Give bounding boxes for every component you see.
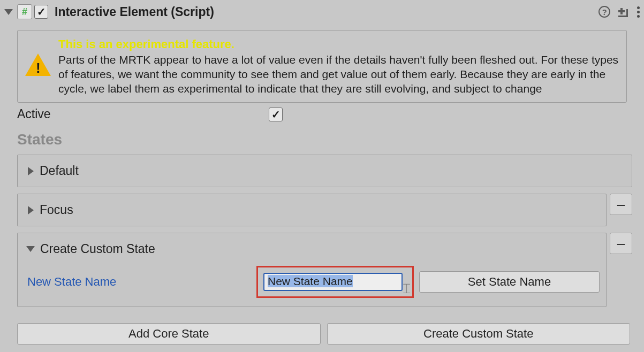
- active-label: Active: [17, 107, 269, 121]
- set-state-name-button[interactable]: Set State Name: [419, 271, 600, 293]
- state-row-default: Default: [4, 155, 640, 187]
- context-menu-icon[interactable]: [637, 6, 640, 18]
- remove-state-button[interactable]: –: [610, 194, 632, 215]
- script-icon: #: [17, 4, 32, 19]
- remove-state-button[interactable]: –: [610, 233, 632, 254]
- state-custom-label: Create Custom State: [40, 242, 155, 256]
- warning-icon: [25, 53, 51, 79]
- state-focus-header[interactable]: Focus: [24, 203, 600, 217]
- component-enable-checkbox[interactable]: [34, 5, 48, 19]
- preset-icon[interactable]: [618, 6, 630, 18]
- text-cursor-icon: ⌶: [403, 281, 410, 295]
- svg-rect-1: [620, 8, 623, 14]
- chevron-right-icon[interactable]: [28, 167, 34, 175]
- component-header: # Interactive Element (Script) ?: [0, 0, 644, 24]
- active-row: Active: [4, 106, 640, 123]
- add-core-state-button[interactable]: Add Core State: [17, 323, 321, 345]
- active-checkbox[interactable]: [269, 108, 283, 121]
- chevron-right-icon[interactable]: [28, 206, 34, 215]
- new-state-name-input[interactable]: New State Name: [263, 273, 403, 291]
- state-row-focus: Focus –: [4, 194, 640, 226]
- svg-rect-3: [626, 9, 628, 17]
- new-state-name-label: New State Name: [27, 275, 251, 289]
- bottom-button-row: Add Core State Create Custom State: [4, 313, 640, 345]
- experimental-helpbox: This is an experimental feature. Parts o…: [17, 30, 627, 103]
- chevron-down-icon[interactable]: [26, 246, 35, 252]
- helpbox-body: Parts of the MRTK appear to have a lot o…: [58, 52, 619, 96]
- new-state-name-highlight: New State Name ⌶: [256, 266, 414, 298]
- help-icon[interactable]: ?: [598, 6, 610, 18]
- component-title: Interactive Element (Script): [55, 5, 596, 19]
- state-row-custom: Create Custom State New State Name New S…: [4, 233, 640, 307]
- helpbox-title: This is an experimental feature.: [58, 37, 619, 52]
- states-heading: States: [4, 123, 640, 155]
- create-custom-state-button[interactable]: Create Custom State: [327, 323, 631, 345]
- new-state-name-value: New State Name: [268, 275, 353, 287]
- component-foldout-arrow[interactable]: [4, 9, 13, 15]
- state-default-header[interactable]: Default: [24, 164, 625, 178]
- state-focus-label: Focus: [40, 203, 73, 217]
- state-custom-header[interactable]: Create Custom State: [24, 242, 600, 256]
- state-default-label: Default: [40, 164, 79, 178]
